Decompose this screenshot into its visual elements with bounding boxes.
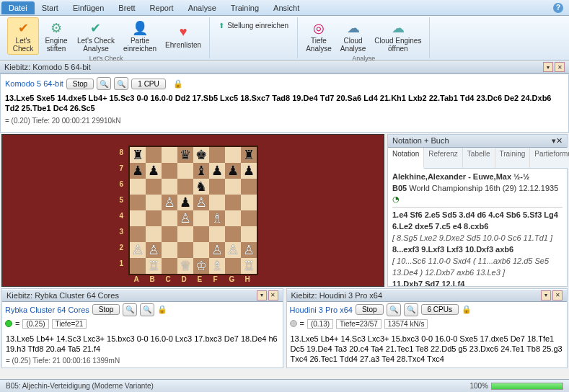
square[interactable] (162, 258, 177, 274)
square[interactable] (130, 195, 146, 210)
lock-icon[interactable]: 🔒 (173, 79, 183, 89)
dropdown-icon[interactable]: ▾ (543, 62, 553, 72)
zoom-in-icon[interactable]: 🔍 (123, 303, 137, 316)
notation-body[interactable]: Alekhine,Alexander - Euwe,Max ½-½B05 Wor… (388, 169, 567, 286)
zoom-in-icon[interactable]: 🔍 (97, 77, 111, 90)
square[interactable]: ♙ (225, 242, 241, 258)
square[interactable]: ♜ (130, 147, 146, 163)
menu-tab-report[interactable]: Report (143, 1, 181, 14)
square[interactable] (162, 242, 177, 258)
menu-tab-einfuegen[interactable]: Einfügen (66, 1, 111, 14)
square[interactable]: ♟ (209, 163, 225, 179)
zoom-out-icon[interactable]: 🔍 (140, 303, 154, 316)
engine-name[interactable]: Komodo 5 64-bit (5, 79, 63, 88)
zoom-in-icon[interactable]: 🔍 (387, 303, 401, 316)
square[interactable]: ♟ (130, 163, 146, 179)
square[interactable] (225, 258, 241, 274)
square[interactable] (162, 226, 177, 242)
notation-tab-notation[interactable]: Notation (388, 148, 424, 169)
square[interactable] (225, 210, 241, 226)
square[interactable]: ♙ (193, 195, 209, 210)
square[interactable] (209, 147, 225, 163)
menu-tab-training[interactable]: Training (224, 1, 266, 14)
square[interactable]: ♜ (241, 147, 257, 163)
square[interactable] (162, 179, 177, 195)
close-icon[interactable]: ✕ (552, 290, 563, 300)
notation-tab-partieformul[interactable]: Partieformul (530, 148, 569, 168)
ribbon-btn-let-s-check[interactable]: ✔Let'sCheck (7, 17, 39, 55)
ribbon-btn-cloud-engines-ffnen[interactable]: ☁Cloud Enginesöffnen (371, 17, 425, 55)
ribbon-btn-tiefe-analyse[interactable]: ◎TiefeAnalyse (302, 17, 335, 55)
square[interactable]: ♔ (193, 258, 209, 274)
square[interactable] (209, 226, 225, 242)
square[interactable]: ♟ (146, 163, 162, 179)
square[interactable]: ♙ (130, 242, 146, 258)
ribbon-btn-let-s-check-analyse[interactable]: ✔Let's CheckAnalyse (74, 17, 118, 55)
ribbon-btn-partie-einreichen[interactable]: 👤Partieeinreichen (120, 17, 160, 55)
square[interactable]: ♙ (177, 210, 193, 226)
square[interactable]: ♟ (177, 195, 193, 210)
square[interactable]: ♞ (193, 179, 209, 195)
square[interactable] (146, 210, 162, 226)
square[interactable] (225, 195, 241, 210)
square[interactable]: ♙ (241, 242, 257, 258)
close-icon[interactable]: ✕ (555, 62, 565, 72)
square[interactable] (146, 147, 162, 163)
square[interactable]: ♖ (146, 258, 162, 274)
stop-button[interactable]: Stop (66, 79, 94, 89)
square[interactable]: ♟ (225, 163, 241, 179)
square[interactable] (162, 210, 177, 226)
menu-tab-analyse[interactable]: Analyse (181, 1, 224, 14)
square[interactable] (162, 163, 177, 179)
square[interactable] (225, 226, 241, 242)
square[interactable] (162, 147, 177, 163)
sub-engine-name[interactable]: Houdini 3 Pro x64 (290, 306, 353, 314)
cpu-button[interactable]: 6 CPUs (421, 304, 459, 315)
dropdown-icon[interactable]: ▾ (541, 290, 551, 300)
notation-line[interactable]: 1.e4 Sf6 2.e5 Sd5 3.d4 d6 4.c4 Sb6 5.Sf3… (392, 210, 563, 233)
sub-stop-button[interactable]: Stop (92, 304, 120, 315)
notation-tab-training[interactable]: Training (495, 148, 531, 168)
close-icon[interactable]: ✕ (268, 290, 278, 300)
cpu-button[interactable]: 1 CPU (131, 79, 165, 89)
ribbon-btn-cloud-analyse[interactable]: ☁CloudAnalyse (337, 17, 370, 55)
menu-tab-datei[interactable]: Datei (1, 1, 35, 14)
notation-line[interactable]: 11.Dxb7 Sd7 12.Lf4 (392, 279, 563, 286)
square[interactable]: ♗ (209, 210, 225, 226)
notation-close-icon[interactable]: ✕ (556, 136, 563, 146)
notation-tab-tabelle[interactable]: Tabelle (463, 148, 495, 168)
notation-line[interactable]: 8...exf3 9.Lxf3 Lxf3 10.Dxf3 axb6 (392, 244, 563, 256)
lock-icon[interactable]: 🔒 (462, 305, 472, 314)
square[interactable]: ♙ (162, 195, 177, 210)
lock-icon[interactable]: 🔒 (157, 305, 167, 314)
square[interactable] (209, 195, 225, 210)
sub-engine-name[interactable]: Rybka Cluster 64 Cores (5, 306, 89, 314)
chessboard[interactable]: ♜♛♚♜♟♟♝♟♟♟♞♙♟♙♙♗♙♙♙♙♙♖♕♔♗♖ (128, 146, 258, 275)
square[interactable]: ♚ (193, 147, 209, 163)
submit-position-button[interactable]: ⬆Stellung einreichen (214, 20, 293, 31)
square[interactable] (209, 179, 225, 195)
square[interactable] (177, 242, 193, 258)
dropdown-icon[interactable]: ▾ (257, 290, 267, 300)
square[interactable]: ♗ (209, 258, 225, 274)
notation-line[interactable]: [ 10...Sc6 11.0-0 Sxd4 ( 11...axb6 12.d5… (392, 256, 563, 279)
menu-tab-ansicht[interactable]: Ansicht (266, 1, 306, 14)
menu-tab-brett[interactable]: Brett (111, 1, 142, 14)
square[interactable] (193, 210, 209, 226)
zoom-out-icon[interactable]: 🔍 (114, 77, 128, 90)
sub-stop-button[interactable]: Stop (356, 304, 384, 315)
square[interactable] (241, 195, 257, 210)
square[interactable]: ♛ (177, 147, 193, 163)
notation-tab-referenz[interactable]: Referenz (424, 148, 463, 168)
square[interactable]: ♝ (193, 163, 209, 179)
square[interactable]: ♙ (209, 242, 225, 258)
square[interactable] (225, 179, 241, 195)
square[interactable] (177, 179, 193, 195)
square[interactable]: ♙ (146, 242, 162, 258)
square[interactable] (193, 242, 209, 258)
square[interactable] (241, 179, 257, 195)
zoom-out-icon[interactable]: 🔍 (404, 303, 418, 316)
square[interactable]: ♟ (241, 163, 257, 179)
square[interactable]: ♖ (241, 258, 257, 274)
square[interactable] (130, 179, 146, 195)
